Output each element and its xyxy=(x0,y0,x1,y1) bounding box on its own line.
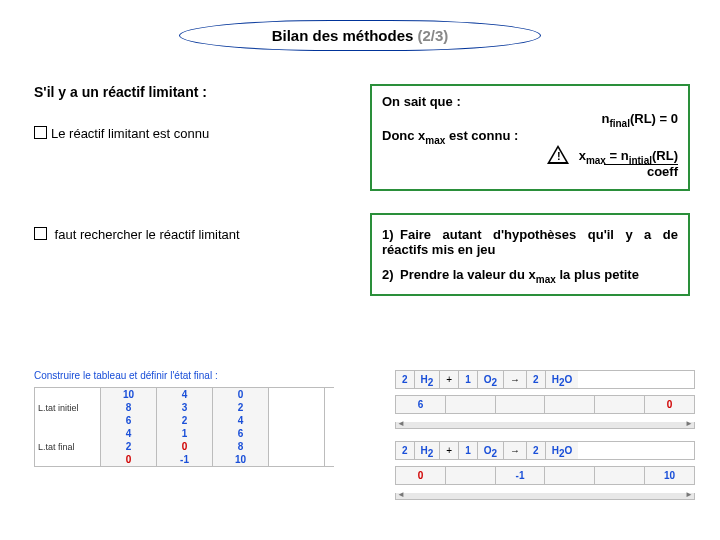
square-bullet-icon xyxy=(34,126,47,139)
rowlabel-final: L.tat final xyxy=(35,427,100,466)
table-left-caption: Construire le tableau et définir l'état … xyxy=(34,370,334,381)
val-row-2: 0 -1 10 xyxy=(395,466,695,485)
table-col-2: 4 3 2 1 0 -1 xyxy=(157,388,213,466)
scrollbar-2[interactable] xyxy=(395,493,695,500)
bullet-known-text: Le réactif limitant est connu xyxy=(51,126,209,141)
slide-title: Bilan des méthodes (2/3) xyxy=(179,20,541,51)
bullet-search: faut rechercher le réactif limitant xyxy=(34,227,314,242)
scrollbar-1[interactable] xyxy=(395,422,695,429)
table-left: Construire le tableau et définir l'état … xyxy=(34,370,334,467)
title-page: (2/3) xyxy=(418,27,449,44)
title-main: Bilan des méthodes xyxy=(272,27,418,44)
box-steps: 1)Faire autant d'hypothèses qu'il y a de… xyxy=(370,213,690,296)
box-known-result: On sait que : nfinal(RL) = 0 Donc xmax e… xyxy=(370,84,690,191)
val-row-1: 6 0 xyxy=(395,395,695,414)
eq-row-2: 2 H2 + 1 O2 → 2 H2O xyxy=(395,441,695,460)
step-2: 2)Prendre la valeur du xmax la plus peti… xyxy=(382,267,678,282)
bullet-known: Le réactif limitant est connu xyxy=(34,126,314,141)
eq-xmax: ! xmax = nintial(RL) coeff xyxy=(382,145,678,179)
eq-denom: coeff xyxy=(647,164,678,179)
step-1: 1)Faire autant d'hypothèses qu'il y a de… xyxy=(382,227,678,257)
line-onsait: On sait que : xyxy=(382,94,678,109)
eq-row-1: 2 H2 + 1 O2 → 2 H2O xyxy=(395,370,695,389)
left-heading: S'il y a un réactif limitant : xyxy=(34,84,314,100)
eq-nfinal: nfinal(RL) = 0 xyxy=(382,111,678,126)
square-bullet-icon xyxy=(34,227,47,240)
warning-icon: ! xyxy=(547,145,569,164)
table-col-1: 10 8 6 4 2 0 xyxy=(101,388,157,466)
table-col-3: 0 2 4 6 8 10 xyxy=(213,388,269,466)
table-col-empty xyxy=(269,388,325,466)
rowlabel-initial: L.tat initiel xyxy=(35,388,100,427)
table-left-grid: L.tat initiel L.tat final 10 8 6 4 2 0 4… xyxy=(34,387,334,467)
bullet-search-text: faut rechercher le réactif limitant xyxy=(51,227,240,242)
line-donc: Donc xmax est connu : xyxy=(382,128,678,143)
table-right: 2 H2 + 1 O2 → 2 H2O 6 0 2 H2 + 1 O2 → 2 xyxy=(395,370,695,500)
